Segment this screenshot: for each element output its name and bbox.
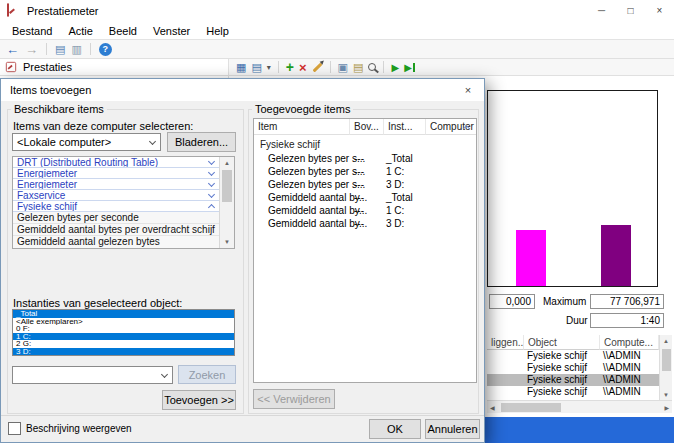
chart-type-icon[interactable]: ▦ — [236, 61, 246, 74]
legend-row[interactable]: Fysieke schijf \\ADMIN — [487, 350, 659, 362]
counter-group-row[interactable]: Faxservice — [13, 190, 220, 201]
added-row[interactable]: Gemiddeld aantal by... --- 3 D: — [254, 217, 476, 230]
scroll-left-icon[interactable]: ◀ — [490, 405, 495, 411]
show-console-tree-icon[interactable]: ▤ — [55, 43, 65, 56]
scroll-up-icon[interactable]: ▲ — [663, 338, 669, 344]
maximize-button[interactable]: □ — [616, 0, 645, 22]
dialog-title: Items toevoegen — [10, 79, 91, 101]
minimize-button[interactable]: ─ — [587, 0, 616, 22]
column-header-parent[interactable]: Bov... — [350, 119, 384, 135]
legend-row-selected[interactable]: Fysieke schijf \\ADMIN — [487, 374, 659, 386]
legend-row[interactable]: Fysieke schijf \\ADMIN — [487, 386, 659, 398]
scroll-up-icon[interactable]: ▲ — [224, 160, 230, 166]
search-button[interactable]: Zoeken — [178, 365, 236, 384]
stat-value-box: 0,000 — [489, 294, 535, 309]
paste-counter-list-icon[interactable]: ▤ — [353, 61, 363, 74]
add-counter-icon[interactable]: + — [286, 59, 294, 75]
chart-plot-area — [487, 90, 658, 287]
added-row[interactable]: Gelezen bytes per s... --- 1 C: — [254, 165, 476, 178]
legend-column-object[interactable]: Object — [524, 335, 600, 350]
add-button[interactable]: Toevoegen >> — [162, 390, 236, 410]
scroll-down-icon[interactable]: ▼ — [224, 239, 230, 245]
instances-label: Instanties van geselecteerd object: — [13, 297, 182, 309]
ok-button[interactable]: OK — [369, 419, 421, 439]
copy-properties-icon[interactable]: ▣ — [338, 61, 348, 74]
added-row[interactable]: Gemiddeld aantal by... --- 1 C: — [254, 204, 476, 217]
scroll-thumb[interactable] — [501, 403, 561, 412]
dialog-titlebar: Items toevoegen × — [1, 79, 484, 101]
chevron-down-icon — [208, 158, 215, 165]
delete-counter-icon[interactable]: × — [299, 60, 307, 75]
column-header-instance[interactable]: Inst... — [384, 119, 426, 135]
remove-button[interactable]: << Verwijderen — [253, 389, 335, 409]
chevron-up-icon — [208, 204, 215, 211]
legend-vertical-scrollbar[interactable]: ▲ ▼ — [659, 335, 672, 401]
help-icon[interactable]: ? — [99, 43, 112, 56]
legend-row[interactable]: Fysieke schijf \\ADMIN — [487, 362, 659, 374]
window-title: Prestatiemeter — [27, 0, 99, 22]
counter-group-row[interactable]: Energiemeter — [13, 179, 220, 190]
counters-scrollbar[interactable]: ▲ ▼ — [219, 157, 234, 248]
added-row[interactable]: Gemiddeld aantal by... --- _Total — [254, 191, 476, 204]
counter-row[interactable]: Gemiddeld aantal bytes per overdracht sc… — [13, 224, 220, 236]
search-combobox[interactable] — [12, 366, 173, 384]
highlight-icon[interactable]: ▤ — [251, 61, 261, 74]
scroll-right-icon[interactable]: ▶ — [664, 405, 669, 411]
column-header-item[interactable]: Item — [254, 119, 350, 135]
added-caption: Toegevoegde items — [252, 103, 353, 115]
instance-row-selected[interactable]: 1 C: — [13, 333, 234, 341]
instance-row[interactable]: 2 G: — [13, 340, 234, 348]
chart-bar-magenta — [516, 230, 546, 286]
app-icon — [7, 3, 9, 17]
menu-item-actie[interactable]: Actie — [60, 25, 100, 37]
scroll-thumb[interactable] — [222, 170, 232, 202]
properties-magnifier-icon[interactable] — [368, 63, 376, 71]
duration-value-box: 1:40 — [590, 313, 664, 328]
dialog-close-icon[interactable]: × — [452, 79, 484, 101]
added-row[interactable]: Gelezen bytes per s... --- 3 D: — [254, 178, 476, 191]
add-counters-dialog: Items toevoegen × Beschikbare items Toeg… — [0, 78, 485, 443]
toolbar-separator — [46, 43, 47, 55]
instance-row-selected[interactable]: _Total — [13, 310, 234, 318]
instance-row[interactable]: <Alle exemplaren> — [13, 318, 234, 326]
show-description-checkbox[interactable] — [8, 422, 21, 435]
counter-group-row[interactable]: DRT (Distributed Routing Table) — [13, 157, 220, 168]
legend-horizontal-scrollbar[interactable]: ◀ ▶ — [487, 400, 672, 413]
menu-item-help[interactable]: Help — [198, 25, 237, 37]
main-toolbar: ← → ▤ ▥ ? — [0, 40, 674, 59]
toolbar-separator — [278, 61, 279, 73]
instance-row[interactable]: 0 F: — [13, 325, 234, 333]
legend-column-computer[interactable]: Compute... — [600, 335, 659, 350]
play-icon[interactable]: ▶ — [391, 62, 399, 73]
counter-group-row[interactable]: Energiemeter — [13, 168, 220, 179]
close-button[interactable]: × — [645, 0, 674, 22]
menu-item-bestand[interactable]: Bestand — [4, 25, 60, 37]
chevron-down-icon[interactable]: ▾ — [267, 63, 271, 72]
added-counters-table: Item Bov... Inst... Computer Fysieke sch… — [253, 118, 477, 383]
counter-row[interactable]: Gelezen bytes per seconde — [13, 212, 220, 224]
show-action-pane-icon[interactable]: ▥ — [71, 43, 81, 56]
computer-combobox[interactable]: <Lokale computer> — [12, 133, 161, 151]
added-group-row[interactable]: Fysieke schijf — [254, 138, 476, 151]
added-row[interactable]: Gelezen bytes per s... --- _Total — [254, 152, 476, 165]
forward-icon[interactable]: → — [25, 42, 38, 57]
chevron-down-icon — [208, 169, 215, 176]
window-titlebar: Prestatiemeter ─ □ × — [0, 0, 674, 22]
pencil-icon[interactable] — [312, 62, 322, 72]
menu-item-beeld[interactable]: Beeld — [101, 25, 145, 37]
toolbar-separator — [330, 61, 331, 73]
menu-item-venster[interactable]: Venster — [145, 25, 198, 37]
instances-list: _Total <Alle exemplaren> 0 F: 1 C: 2 G: … — [12, 309, 235, 356]
toolbar-separator — [383, 61, 384, 73]
counter-group-row-expanded[interactable]: Fysieke schijf — [13, 201, 220, 212]
instance-row-selected[interactable]: 3 D: — [13, 348, 234, 356]
scroll-down-icon[interactable]: ▼ — [663, 392, 669, 398]
legend-column-parent[interactable]: liggen... — [487, 335, 524, 350]
show-description-label: Beschrijving weergeven — [26, 423, 132, 434]
scroll-thumb[interactable] — [662, 349, 671, 371]
browse-button[interactable]: Bladeren... — [167, 132, 236, 152]
counter-row[interactable]: Gemiddeld aantal gelezen bytes — [13, 236, 220, 248]
step-forward-icon[interactable]: ▶ — [404, 62, 415, 73]
cancel-button[interactable]: Annuleren — [425, 419, 480, 439]
back-icon[interactable]: ← — [6, 42, 19, 57]
